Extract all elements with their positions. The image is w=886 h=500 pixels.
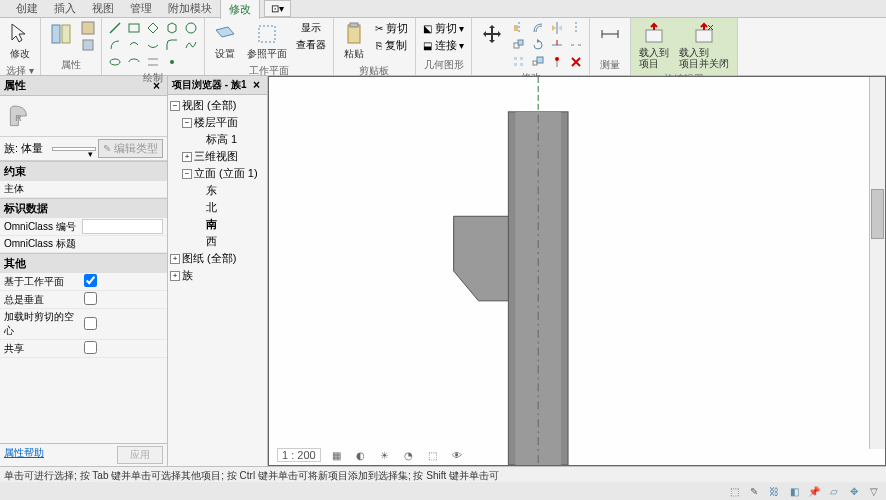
set-workplane-button[interactable]: 设置 [209, 20, 241, 63]
family-category-button[interactable] [79, 37, 97, 53]
tree-item[interactable]: 东 [170, 182, 265, 199]
cut-button[interactable]: ✂ 剪切 [372, 20, 411, 36]
tree-item[interactable]: +图纸 (全部) [170, 250, 265, 267]
rotate-button[interactable] [529, 37, 547, 53]
arc-tangent-button[interactable] [144, 37, 162, 53]
split-button[interactable] [567, 37, 585, 53]
arc-start-button[interactable] [106, 37, 124, 53]
tree-item[interactable]: −楼层平面 [170, 114, 265, 131]
tab-view[interactable]: 视图 [84, 0, 122, 18]
arc-center-button[interactable] [125, 37, 143, 53]
status-select-face-icon[interactable]: ▱ [826, 483, 842, 499]
align-button[interactable] [510, 20, 528, 36]
status-select-pinned-icon[interactable]: 📌 [806, 483, 822, 499]
visual-style-icon[interactable]: ◐ [353, 447, 369, 463]
status-select-underlay-icon[interactable]: ◧ [786, 483, 802, 499]
point-button[interactable] [163, 54, 181, 70]
shadows-icon[interactable]: ◔ [401, 447, 417, 463]
tab-addins[interactable]: 附加模块 [160, 0, 220, 18]
hide-isolate-icon[interactable]: 👁 [449, 447, 465, 463]
tree-item[interactable]: +族 [170, 267, 265, 284]
partial-ellipse-button[interactable] [125, 54, 143, 70]
tree-item[interactable]: −立面 (立面 1) [170, 165, 265, 182]
vertical-checkbox[interactable] [84, 292, 97, 305]
tab-insert[interactable]: 插入 [46, 0, 84, 18]
tree-toggle[interactable]: + [182, 152, 192, 162]
ellipse-button[interactable] [106, 54, 124, 70]
move-button[interactable] [476, 20, 508, 48]
inscribed-polygon-button[interactable] [144, 20, 162, 36]
show-plane-button[interactable]: 显示 [293, 20, 329, 36]
cursor-icon [8, 22, 32, 46]
tree-item[interactable]: −视图 (全部) [170, 97, 265, 114]
drawing-canvas[interactable] [269, 77, 885, 465]
pin-button[interactable] [548, 54, 566, 70]
viewport[interactable]: 1 : 200 ▦ ◐ ☀ ◔ ⬚ 👁 [268, 76, 886, 466]
cutvoid-checkbox[interactable] [84, 317, 97, 330]
set-plane-icon [213, 22, 237, 46]
scale-selector[interactable]: 1 : 200 [277, 448, 321, 462]
offset-button[interactable] [529, 20, 547, 36]
edit-type-button[interactable]: ✎ 编辑类型 [98, 139, 163, 158]
tree-item[interactable]: 标高 1 [170, 131, 265, 148]
tree-toggle[interactable]: + [170, 271, 180, 281]
properties-button[interactable] [45, 20, 77, 48]
tree-item[interactable]: 西 [170, 233, 265, 250]
tree-toggle[interactable]: − [182, 169, 192, 179]
mirror-draw-button[interactable] [567, 20, 585, 36]
spline-button[interactable] [182, 37, 200, 53]
omni-num-input[interactable] [82, 219, 163, 234]
status-design-options-icon[interactable]: ✎ [746, 483, 762, 499]
geo-join-button[interactable]: ⬓ 连接 ▾ [420, 37, 468, 53]
status-filter-icon[interactable]: ▽ [866, 483, 882, 499]
crop-icon[interactable]: ⬚ [425, 447, 441, 463]
status-worksets-icon[interactable]: ⬚ [726, 483, 742, 499]
arc-fillet-button[interactable] [163, 37, 181, 53]
load-close-button[interactable]: 载入到 项目并关闭 [675, 20, 733, 71]
shared-checkbox[interactable] [84, 341, 97, 354]
scale-button[interactable] [529, 54, 547, 70]
measure-button[interactable] [594, 20, 626, 48]
workplane-checkbox[interactable] [84, 274, 97, 287]
load-into-project-button[interactable]: 载入到 项目 [635, 20, 673, 71]
tab-manage[interactable]: 管理 [122, 0, 160, 18]
status-select-links-icon[interactable]: ⛓ [766, 483, 782, 499]
properties-icon [49, 22, 73, 46]
family-type-combo[interactable] [52, 147, 96, 151]
apply-button[interactable]: 应用 [117, 446, 163, 464]
select-group-label[interactable]: 选择 ▾ [4, 63, 36, 79]
copy-move-button[interactable] [510, 37, 528, 53]
tab-modify[interactable]: 修改 [220, 0, 260, 19]
delete-button[interactable] [567, 54, 585, 70]
paste-button[interactable]: 粘贴 [338, 20, 370, 63]
browser-close-button[interactable]: × [250, 78, 263, 92]
ref-plane-button[interactable]: 参照平面 [243, 20, 291, 63]
tree-item[interactable]: +三维视图 [170, 148, 265, 165]
tree-item[interactable]: 南 [170, 216, 265, 233]
tree-toggle[interactable]: − [170, 101, 180, 111]
tab-create[interactable]: 创建 [8, 0, 46, 18]
model-line-button[interactable] [106, 20, 124, 36]
array-button[interactable] [510, 54, 528, 70]
geo-cut-button[interactable]: ⬕ 剪切 ▾ [420, 20, 468, 36]
trim-button[interactable] [548, 37, 566, 53]
scrollbar-vertical[interactable] [869, 77, 885, 449]
status-drag-icon[interactable]: ✥ [846, 483, 862, 499]
tree-item[interactable]: 北 [170, 199, 265, 216]
tree-toggle[interactable]: − [182, 118, 192, 128]
circle-button[interactable] [182, 20, 200, 36]
rectangle-button[interactable] [125, 20, 143, 36]
tab-extra-dropdown[interactable]: ⊡▾ [264, 0, 291, 17]
tree-toggle[interactable]: + [170, 254, 180, 264]
pick-lines-button[interactable] [144, 54, 162, 70]
svg-rect-15 [350, 23, 358, 27]
modify-button[interactable]: 修改 [4, 20, 36, 63]
copy-button[interactable]: ⎘ 复制 [372, 37, 411, 53]
properties-help-link[interactable]: 属性帮助 [4, 446, 44, 464]
circumscribed-polygon-button[interactable] [163, 20, 181, 36]
sun-path-icon[interactable]: ☀ [377, 447, 393, 463]
viewer-button[interactable]: 查看器 [293, 37, 329, 53]
detail-level-icon[interactable]: ▦ [329, 447, 345, 463]
family-types-button[interactable] [79, 20, 97, 36]
mirror-pick-button[interactable] [548, 20, 566, 36]
